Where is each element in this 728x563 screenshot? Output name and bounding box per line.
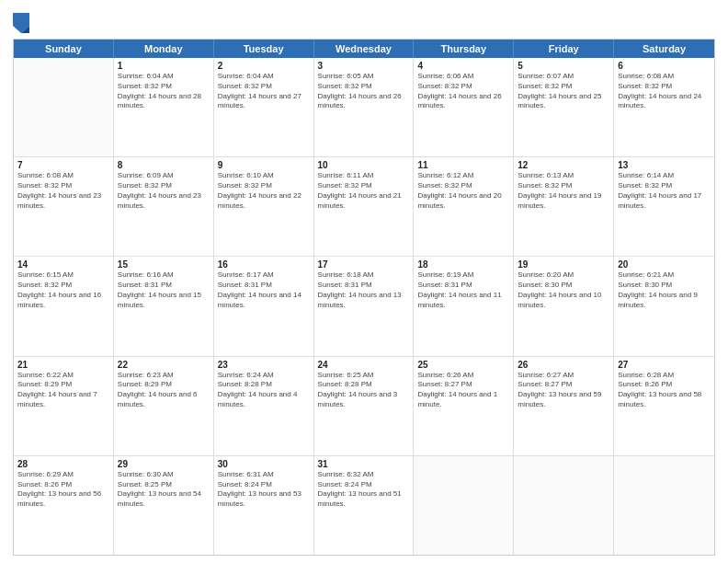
calendar-cell: 9Sunrise: 6:10 AM Sunset: 8:32 PM Daylig… bbox=[214, 157, 314, 256]
day-number: 3 bbox=[318, 61, 410, 71]
calendar-cell: 16Sunrise: 6:17 AM Sunset: 8:31 PM Dayli… bbox=[214, 257, 314, 355]
cell-details: Sunrise: 6:21 AM Sunset: 8:30 PM Dayligh… bbox=[618, 270, 711, 310]
cell-details: Sunrise: 6:22 AM Sunset: 8:29 PM Dayligh… bbox=[17, 371, 109, 410]
cell-details: Sunrise: 6:10 AM Sunset: 8:32 PM Dayligh… bbox=[218, 171, 310, 211]
cell-details: Sunrise: 6:05 AM Sunset: 8:32 PM Dayligh… bbox=[318, 72, 410, 111]
cell-details: Sunrise: 6:31 AM Sunset: 8:24 PM Dayligh… bbox=[218, 470, 310, 510]
calendar-row-4: 28Sunrise: 6:29 AM Sunset: 8:26 PM Dayli… bbox=[14, 456, 714, 555]
calendar-cell: 21Sunrise: 6:22 AM Sunset: 8:29 PM Dayli… bbox=[14, 357, 114, 455]
calendar-cell: 13Sunrise: 6:14 AM Sunset: 8:32 PM Dayli… bbox=[614, 157, 714, 256]
cell-details: Sunrise: 6:11 AM Sunset: 8:32 PM Dayligh… bbox=[318, 171, 410, 211]
day-number: 28 bbox=[17, 459, 109, 469]
calendar-cell: 3Sunrise: 6:05 AM Sunset: 8:32 PM Daylig… bbox=[314, 58, 415, 156]
day-number: 11 bbox=[417, 160, 509, 170]
calendar-cell: 26Sunrise: 6:27 AM Sunset: 8:27 PM Dayli… bbox=[514, 357, 614, 455]
day-number: 24 bbox=[318, 360, 410, 370]
calendar-body: 1Sunrise: 6:04 AM Sunset: 8:32 PM Daylig… bbox=[14, 58, 714, 555]
calendar-cell bbox=[614, 456, 714, 555]
cell-details: Sunrise: 6:08 AM Sunset: 8:32 PM Dayligh… bbox=[618, 72, 711, 111]
day-number: 15 bbox=[118, 259, 210, 270]
calendar-cell: 6Sunrise: 6:08 AM Sunset: 8:32 PM Daylig… bbox=[614, 58, 714, 156]
header-day-thursday: Thursday bbox=[414, 40, 514, 58]
day-number: 21 bbox=[17, 360, 109, 370]
day-number: 9 bbox=[218, 160, 310, 170]
calendar-cell: 4Sunrise: 6:06 AM Sunset: 8:32 PM Daylig… bbox=[414, 58, 514, 156]
day-number: 6 bbox=[618, 61, 711, 71]
day-number: 23 bbox=[218, 360, 310, 370]
calendar-header: SundayMondayTuesdayWednesdayThursdayFrid… bbox=[14, 40, 714, 58]
day-number: 17 bbox=[318, 259, 410, 270]
calendar-cell: 20Sunrise: 6:21 AM Sunset: 8:30 PM Dayli… bbox=[614, 257, 714, 355]
cell-details: Sunrise: 6:15 AM Sunset: 8:32 PM Dayligh… bbox=[17, 270, 109, 310]
day-number: 5 bbox=[518, 61, 609, 71]
calendar-cell bbox=[14, 58, 114, 156]
calendar-cell: 5Sunrise: 6:07 AM Sunset: 8:32 PM Daylig… bbox=[514, 58, 614, 156]
calendar-cell: 24Sunrise: 6:25 AM Sunset: 8:28 PM Dayli… bbox=[314, 357, 415, 455]
calendar-row-3: 21Sunrise: 6:22 AM Sunset: 8:29 PM Dayli… bbox=[14, 357, 714, 456]
cell-details: Sunrise: 6:19 AM Sunset: 8:31 PM Dayligh… bbox=[417, 270, 509, 310]
cell-details: Sunrise: 6:06 AM Sunset: 8:32 PM Dayligh… bbox=[417, 72, 509, 111]
day-number: 27 bbox=[618, 360, 711, 370]
calendar-cell: 18Sunrise: 6:19 AM Sunset: 8:31 PM Dayli… bbox=[414, 257, 514, 355]
cell-details: Sunrise: 6:24 AM Sunset: 8:28 PM Dayligh… bbox=[218, 371, 310, 410]
logo bbox=[13, 13, 32, 33]
day-number: 26 bbox=[518, 360, 609, 370]
cell-details: Sunrise: 6:09 AM Sunset: 8:32 PM Dayligh… bbox=[118, 171, 210, 211]
calendar-cell: 11Sunrise: 6:12 AM Sunset: 8:32 PM Dayli… bbox=[414, 157, 514, 256]
day-number: 20 bbox=[618, 259, 711, 270]
calendar-row-1: 7Sunrise: 6:08 AM Sunset: 8:32 PM Daylig… bbox=[14, 157, 714, 257]
calendar-cell: 7Sunrise: 6:08 AM Sunset: 8:32 PM Daylig… bbox=[14, 157, 114, 256]
page: SundayMondayTuesdayWednesdayThursdayFrid… bbox=[0, 0, 728, 563]
cell-details: Sunrise: 6:04 AM Sunset: 8:32 PM Dayligh… bbox=[118, 72, 210, 111]
cell-details: Sunrise: 6:32 AM Sunset: 8:24 PM Dayligh… bbox=[318, 470, 410, 510]
calendar-cell: 15Sunrise: 6:16 AM Sunset: 8:31 PM Dayli… bbox=[114, 257, 214, 355]
header-day-sunday: Sunday bbox=[14, 40, 114, 58]
cell-details: Sunrise: 6:20 AM Sunset: 8:30 PM Dayligh… bbox=[518, 270, 609, 310]
calendar-cell: 25Sunrise: 6:26 AM Sunset: 8:27 PM Dayli… bbox=[414, 357, 514, 455]
header-day-saturday: Saturday bbox=[614, 40, 714, 58]
day-number: 13 bbox=[618, 160, 711, 170]
calendar-cell: 30Sunrise: 6:31 AM Sunset: 8:24 PM Dayli… bbox=[214, 456, 314, 555]
cell-details: Sunrise: 6:18 AM Sunset: 8:31 PM Dayligh… bbox=[318, 270, 410, 310]
logo-icon bbox=[13, 13, 29, 33]
calendar-cell: 29Sunrise: 6:30 AM Sunset: 8:25 PM Dayli… bbox=[114, 456, 214, 555]
day-number: 22 bbox=[118, 360, 210, 370]
day-number: 12 bbox=[518, 160, 609, 170]
day-number: 31 bbox=[318, 459, 410, 469]
cell-details: Sunrise: 6:27 AM Sunset: 8:27 PM Dayligh… bbox=[518, 371, 609, 410]
calendar-cell: 28Sunrise: 6:29 AM Sunset: 8:26 PM Dayli… bbox=[14, 456, 114, 555]
day-number: 1 bbox=[118, 61, 210, 71]
header-day-wednesday: Wednesday bbox=[314, 40, 415, 58]
calendar-row-0: 1Sunrise: 6:04 AM Sunset: 8:32 PM Daylig… bbox=[14, 58, 714, 157]
cell-details: Sunrise: 6:08 AM Sunset: 8:32 PM Dayligh… bbox=[17, 171, 109, 211]
cell-details: Sunrise: 6:23 AM Sunset: 8:29 PM Dayligh… bbox=[118, 371, 210, 410]
day-number: 4 bbox=[417, 61, 509, 71]
cell-details: Sunrise: 6:30 AM Sunset: 8:25 PM Dayligh… bbox=[118, 470, 210, 510]
cell-details: Sunrise: 6:28 AM Sunset: 8:26 PM Dayligh… bbox=[618, 371, 711, 410]
cell-details: Sunrise: 6:25 AM Sunset: 8:28 PM Dayligh… bbox=[318, 371, 410, 410]
header-day-tuesday: Tuesday bbox=[214, 40, 314, 58]
calendar-cell: 17Sunrise: 6:18 AM Sunset: 8:31 PM Dayli… bbox=[314, 257, 415, 355]
day-number: 18 bbox=[417, 259, 509, 270]
calendar-cell bbox=[414, 456, 514, 555]
cell-details: Sunrise: 6:17 AM Sunset: 8:31 PM Dayligh… bbox=[218, 270, 310, 310]
calendar-cell: 8Sunrise: 6:09 AM Sunset: 8:32 PM Daylig… bbox=[114, 157, 214, 256]
calendar-cell: 14Sunrise: 6:15 AM Sunset: 8:32 PM Dayli… bbox=[14, 257, 114, 355]
day-number: 29 bbox=[118, 459, 210, 469]
header-day-monday: Monday bbox=[114, 40, 214, 58]
calendar-cell: 2Sunrise: 6:04 AM Sunset: 8:32 PM Daylig… bbox=[214, 58, 314, 156]
calendar-cell: 31Sunrise: 6:32 AM Sunset: 8:24 PM Dayli… bbox=[314, 456, 415, 555]
calendar-cell: 19Sunrise: 6:20 AM Sunset: 8:30 PM Dayli… bbox=[514, 257, 614, 355]
cell-details: Sunrise: 6:14 AM Sunset: 8:32 PM Dayligh… bbox=[618, 171, 711, 211]
cell-details: Sunrise: 6:04 AM Sunset: 8:32 PM Dayligh… bbox=[218, 72, 310, 111]
cell-details: Sunrise: 6:29 AM Sunset: 8:26 PM Dayligh… bbox=[17, 470, 109, 510]
calendar-cell: 12Sunrise: 6:13 AM Sunset: 8:32 PM Dayli… bbox=[514, 157, 614, 256]
day-number: 16 bbox=[218, 259, 310, 270]
calendar-cell: 1Sunrise: 6:04 AM Sunset: 8:32 PM Daylig… bbox=[114, 58, 214, 156]
header-day-friday: Friday bbox=[514, 40, 614, 58]
day-number: 2 bbox=[218, 61, 310, 71]
calendar-row-2: 14Sunrise: 6:15 AM Sunset: 8:32 PM Dayli… bbox=[14, 257, 714, 356]
day-number: 10 bbox=[318, 160, 410, 170]
cell-details: Sunrise: 6:13 AM Sunset: 8:32 PM Dayligh… bbox=[518, 171, 609, 211]
calendar: SundayMondayTuesdayWednesdayThursdayFrid… bbox=[13, 39, 715, 556]
